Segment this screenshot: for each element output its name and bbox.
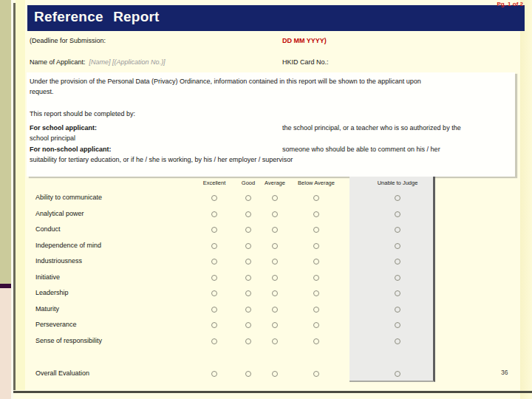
criterion-industriousness-radio-excellent[interactable]	[211, 259, 217, 265]
slide: Pg. 1 of 2 Reference Report (Deadline fo…	[0, 0, 532, 399]
left-pink-band	[0, 288, 11, 399]
criterion-sense-of-responsibility-radio-below-average[interactable]	[313, 338, 319, 344]
criterion-independence-of-mind-radio-good[interactable]	[245, 243, 251, 249]
applicant-name-label: Name of Applicant:	[30, 58, 86, 66]
criterion-perseverance-radio-average[interactable]	[272, 322, 278, 328]
criterion-sense-of-responsibility-label: Sense of responsibility	[35, 337, 102, 344]
criterion-analytical-power-radio-below-average[interactable]	[313, 211, 319, 217]
criterion-initiative-radio-unable-to-judge[interactable]	[395, 275, 400, 281]
school-applicant-label: For school applicant:	[30, 123, 97, 133]
criterion-industriousness-radio-below-average[interactable]	[313, 259, 319, 265]
criterion-maturity-radio-unable-to-judge[interactable]	[395, 307, 400, 313]
criterion-independence-of-mind-label: Independence of mind	[35, 242, 101, 249]
criterion-conduct-radio-average[interactable]	[272, 227, 278, 233]
overall-evaluation-radio-unable-to-judge[interactable]	[395, 371, 400, 377]
criterion-conduct-radio-unable-to-judge[interactable]	[395, 227, 400, 233]
criterion-analytical-power-radio-unable-to-judge[interactable]	[395, 211, 400, 217]
unable-to-judge-column-panel	[349, 177, 435, 382]
criterion-leadership-radio-excellent[interactable]	[211, 290, 217, 296]
overall-evaluation-radio-average[interactable]	[272, 371, 278, 377]
criterion-maturity-radio-below-average[interactable]	[313, 307, 319, 313]
criterion-conduct-radio-excellent[interactable]	[211, 227, 217, 233]
column-header-good: Good	[242, 180, 255, 186]
criterion-leadership-radio-unable-to-judge[interactable]	[395, 290, 400, 296]
criterion-sense-of-responsibility-radio-average[interactable]	[272, 338, 278, 344]
applicant-name-line: Name of Applicant: [Name] [(Application …	[30, 58, 166, 67]
criterion-sense-of-responsibility-radio-unable-to-judge[interactable]	[395, 338, 400, 344]
criterion-leadership-label: Leadership	[35, 289, 69, 296]
overall-evaluation-radio-below-average[interactable]	[313, 371, 319, 377]
criterion-initiative-label: Initiative	[35, 273, 60, 281]
criterion-sense-of-responsibility-radio-excellent[interactable]	[211, 338, 217, 344]
deadline-label: (Deadline for Submission:	[30, 36, 106, 46]
criterion-analytical-power-label: Analytical power	[35, 210, 84, 217]
school-applicant-text: the school principal, or a teacher who i…	[282, 123, 461, 133]
deadline-value: DD MM YYYY)	[282, 36, 327, 46]
bottom-rule	[13, 391, 532, 393]
nonschool-applicant-label: For non-school applicant:	[30, 145, 112, 154]
privacy-note-line2: request.	[30, 87, 54, 97]
criterion-industriousness-radio-average[interactable]	[272, 259, 278, 265]
overall-evaluation-label: Overall Evaluation	[35, 369, 89, 377]
left-pale-strip	[16, 0, 25, 390]
criterion-independence-of-mind-radio-average[interactable]	[272, 243, 278, 249]
criterion-leadership-radio-below-average[interactable]	[313, 290, 319, 296]
criterion-ability-to-communicate-radio-unable-to-judge[interactable]	[395, 195, 400, 201]
column-header-below-average: Below Average	[298, 180, 335, 186]
slide-number: 36	[501, 369, 508, 376]
page-indicator: Pg. 1 of 2	[497, 1, 523, 7]
nonschool-applicant-text-cont: suitability for tertiary education, or i…	[30, 155, 293, 165]
title-bar: Reference Report	[27, 5, 525, 31]
criterion-leadership-radio-average[interactable]	[272, 290, 278, 296]
criterion-industriousness-label: Industriousness	[35, 257, 82, 265]
column-header-unable-to-judge: Unable to Judge	[378, 180, 418, 186]
criterion-ability-to-communicate-radio-below-average[interactable]	[313, 195, 319, 201]
column-header-average: Average	[265, 180, 285, 186]
overall-evaluation-radio-excellent[interactable]	[211, 371, 217, 377]
criterion-perseverance-radio-unable-to-judge[interactable]	[395, 322, 400, 328]
left-khaki-band	[0, 0, 11, 284]
applicant-name-placeholder: [Name]	[89, 58, 111, 66]
application-no-placeholder: [(Application No.)]	[112, 58, 166, 66]
criterion-initiative-radio-average[interactable]	[272, 275, 278, 281]
criterion-conduct-radio-good[interactable]	[245, 227, 251, 233]
hkid-label: HKID Card No.:	[282, 58, 329, 67]
overall-evaluation-radio-good[interactable]	[245, 371, 251, 377]
criterion-maturity-radio-good[interactable]	[245, 307, 251, 313]
criterion-maturity-radio-excellent[interactable]	[211, 307, 217, 313]
column-header-excellent: Excellent	[203, 180, 225, 186]
criterion-independence-of-mind-radio-excellent[interactable]	[211, 243, 217, 249]
criterion-analytical-power-radio-excellent[interactable]	[211, 211, 217, 217]
school-applicant-text-cont: school principal	[30, 134, 75, 143]
criterion-sense-of-responsibility-radio-good[interactable]	[245, 338, 251, 344]
completed-by-label: This report should be completed by:	[30, 109, 135, 119]
page-title: Reference Report	[27, 5, 525, 25]
criterion-ability-to-communicate-radio-excellent[interactable]	[211, 195, 217, 201]
criterion-conduct-label: Conduct	[35, 225, 61, 233]
right-cream-band	[520, 0, 532, 399]
criterion-perseverance-radio-good[interactable]	[245, 322, 251, 328]
criterion-initiative-radio-excellent[interactable]	[211, 275, 217, 281]
criterion-perseverance-radio-excellent[interactable]	[211, 322, 217, 328]
criterion-ability-to-communicate-label: Ability to communicate	[35, 194, 102, 201]
criterion-analytical-power-radio-good[interactable]	[245, 211, 251, 217]
criterion-ability-to-communicate-radio-good[interactable]	[245, 195, 251, 201]
criterion-leadership-radio-good[interactable]	[245, 290, 251, 296]
criterion-ability-to-communicate-radio-average[interactable]	[272, 195, 278, 201]
criterion-perseverance-radio-below-average[interactable]	[313, 322, 319, 328]
criterion-initiative-radio-good[interactable]	[245, 275, 251, 281]
criterion-industriousness-radio-unable-to-judge[interactable]	[395, 259, 400, 265]
nonschool-applicant-text: someone who should be able to comment on…	[282, 145, 440, 154]
criterion-perseverance-label: Perseverance	[35, 321, 77, 328]
privacy-note-line1: Under the provision of the Personal Data…	[30, 77, 421, 86]
criterion-independence-of-mind-radio-below-average[interactable]	[313, 243, 319, 249]
criterion-independence-of-mind-radio-unable-to-judge[interactable]	[395, 243, 400, 249]
criterion-industriousness-radio-good[interactable]	[245, 259, 251, 265]
criterion-analytical-power-radio-average[interactable]	[272, 211, 278, 217]
criterion-maturity-label: Maturity	[35, 305, 59, 313]
criterion-initiative-radio-below-average[interactable]	[313, 275, 319, 281]
criterion-conduct-radio-below-average[interactable]	[313, 227, 319, 233]
criterion-maturity-radio-average[interactable]	[272, 307, 278, 313]
